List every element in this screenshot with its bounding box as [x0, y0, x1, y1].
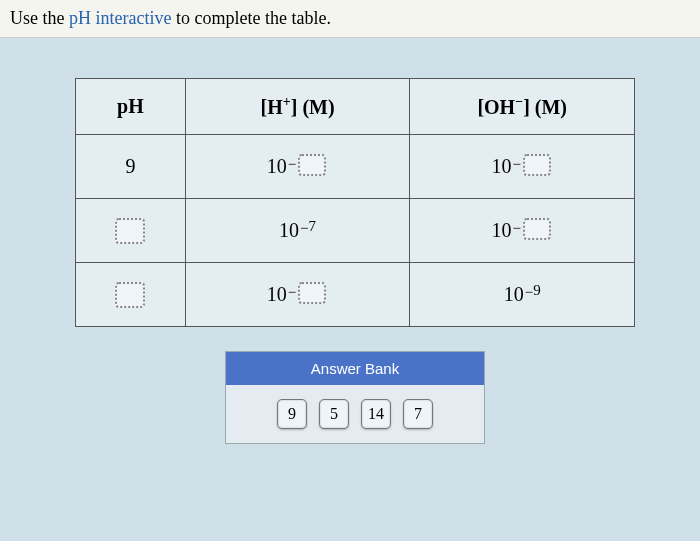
instruction-prefix: Use the — [10, 8, 69, 28]
ph-interactive-link[interactable]: pH interactive — [69, 8, 171, 28]
answer-chip[interactable]: 5 — [319, 399, 349, 429]
oh-conc-cell: 10−9 — [410, 263, 635, 327]
answer-bank-title: Answer Bank — [226, 352, 484, 385]
oh-exp-dropzone[interactable] — [523, 154, 551, 176]
h-base: 10 — [279, 220, 299, 240]
ph-dropzone[interactable] — [115, 282, 145, 308]
minus-sign: − — [512, 221, 520, 236]
minus-sign: − — [512, 157, 520, 172]
answer-chip[interactable]: 7 — [403, 399, 433, 429]
table-row: 10− 10−9 — [76, 263, 635, 327]
minus-sign: − — [288, 285, 296, 300]
h-conc-cell: 10− — [185, 263, 410, 327]
minus-sign: − — [288, 157, 296, 172]
oh-conc-cell: 10− — [410, 135, 635, 199]
oh-exp-dropzone[interactable] — [523, 218, 551, 240]
h-exp-dropzone[interactable] — [298, 154, 326, 176]
answer-chip[interactable]: 14 — [361, 399, 391, 429]
ph-cell: 9 — [76, 135, 186, 199]
answer-bank: Answer Bank 9 5 14 7 — [225, 351, 485, 444]
oh-base: 10 — [504, 284, 524, 304]
answer-chip[interactable]: 9 — [277, 399, 307, 429]
oh-exp-value: 9 — [533, 283, 541, 298]
h-base: 10 — [267, 156, 287, 176]
oh-base: 10 — [491, 220, 511, 240]
header-h-conc: [H+] (M) — [185, 79, 410, 135]
minus-sign: − — [300, 221, 308, 236]
header-oh-conc: [OH−] (M) — [410, 79, 635, 135]
ph-dropzone[interactable] — [115, 218, 145, 244]
answer-bank-items: 9 5 14 7 — [226, 385, 484, 443]
instruction-suffix: to complete the table. — [171, 8, 330, 28]
h-exp-dropzone[interactable] — [298, 282, 326, 304]
ph-cell — [76, 199, 186, 263]
h-exp-value: 7 — [309, 219, 317, 234]
content-area: pH [H+] (M) [OH−] (M) 9 10− 10− — [0, 38, 700, 454]
table-row: 9 10− 10− — [76, 135, 635, 199]
header-ph: pH — [76, 79, 186, 135]
h-conc-cell: 10−7 — [185, 199, 410, 263]
ph-cell — [76, 263, 186, 327]
oh-conc-cell: 10− — [410, 199, 635, 263]
table-row: 10−7 10− — [76, 199, 635, 263]
h-base: 10 — [267, 284, 287, 304]
ph-table: pH [H+] (M) [OH−] (M) 9 10− 10− — [75, 78, 635, 327]
minus-sign: − — [525, 285, 533, 300]
h-conc-cell: 10− — [185, 135, 410, 199]
ph-value: 9 — [125, 155, 135, 177]
instruction-text: Use the pH interactive to complete the t… — [0, 0, 700, 38]
oh-base: 10 — [491, 156, 511, 176]
